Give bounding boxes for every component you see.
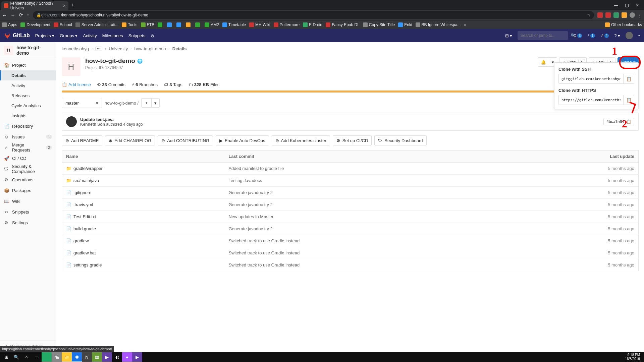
copy-https-button[interactable]: 📋 <box>624 95 634 105</box>
search-box[interactable]: 🔍 <box>518 31 568 40</box>
add-license-link[interactable]: 📋 Add license <box>62 82 91 87</box>
commits-stat[interactable]: ⟲ 33 Commits <box>97 82 125 87</box>
bookmark-item[interactable]: Server Administrati... <box>75 22 119 27</box>
bookmark-item[interactable]: MH Wiki <box>249 22 270 27</box>
table-row[interactable]: 📄settings.gradleSwitched track to use Gr… <box>62 259 639 271</box>
sidebar-item-ci-cd[interactable]: 🚀CI / CD <box>0 153 56 164</box>
profile-avatar[interactable] <box>630 12 635 18</box>
bookmark-item[interactable]: Fancy Epub DL <box>326 22 360 27</box>
quick-action-add-kubernetes-cluster[interactable]: ⊕Add Kubernetes cluster <box>272 135 330 145</box>
table-row[interactable]: 📄.gitignoreGenerate javadoc try 25 month… <box>62 187 639 199</box>
sidebar-item-operations[interactable]: ⚙Operations <box>0 174 56 185</box>
other-bookmarks[interactable]: Other bookmarks <box>605 22 642 27</box>
bookmark-item[interactable]: Copy Site Title <box>363 22 395 27</box>
mr-badge[interactable]: ⑃1 <box>587 33 595 38</box>
sidebar-project-header[interactable]: H how-to-git-demo <box>0 42 56 58</box>
sidebar-item-activity[interactable]: Activity <box>0 80 56 90</box>
sidebar-item-merge-requests[interactable]: ⑃Merge Requests2 <box>0 142 56 153</box>
quick-action-security-dashboard[interactable]: 🛡Security Dashboard <box>374 135 426 145</box>
bookmark-item[interactable] <box>176 22 182 27</box>
plus-icon[interactable]: ⊞ ▾ <box>505 33 513 38</box>
clone-https-input[interactable] <box>558 95 624 105</box>
gitlab-logo[interactable]: GitLab <box>4 32 30 39</box>
notification-button[interactable]: 🔔 <box>538 57 549 67</box>
bookmark-item[interactable]: Tools <box>122 22 137 27</box>
table-row[interactable]: 📄build.gradleGenerate javadoc try 25 mon… <box>62 223 639 235</box>
todo-badge[interactable]: ✓4 <box>600 33 609 38</box>
bookmark-item[interactable]: Apps <box>2 22 17 27</box>
copy-ssh-button[interactable]: 📋 <box>624 74 634 84</box>
sidebar-item-issues[interactable]: ⊙Issues1 <box>0 131 56 142</box>
issues-badge[interactable]: ⊙3 <box>573 33 582 38</box>
bookmark-item[interactable] <box>167 22 173 27</box>
table-row[interactable]: 📁src/main/javaTesting Javadocs5 months a… <box>62 175 639 187</box>
bookmark-item[interactable] <box>158 22 164 27</box>
breadcrumb-item[interactable]: kennethsohyq <box>62 46 89 51</box>
quick-action-enable-auto-devops[interactable]: ▶Enable Auto DevOps <box>216 135 269 145</box>
search-input[interactable] <box>520 33 571 38</box>
close-tab-icon[interactable]: × <box>63 3 66 8</box>
quick-action-set-up-ci-cd[interactable]: ⚙Set up CI/CD <box>333 135 372 145</box>
add-file-dropdown[interactable]: ▾ <box>152 98 160 108</box>
sidebar-item-details[interactable]: Details <box>0 70 56 80</box>
sidebar-item-releases[interactable]: Releases <box>0 90 56 101</box>
extension-icon[interactable] <box>613 12 619 18</box>
nav-snippets[interactable]: Snippets <box>128 33 146 38</box>
bookmark-item[interactable]: School <box>54 22 72 27</box>
path-crumb[interactable]: how-to-git-demo / <box>105 101 139 106</box>
bookmark-item[interactable]: F-Droid <box>303 22 322 27</box>
nav-ci-icon[interactable]: ⊘ <box>151 33 154 38</box>
breadcrumb-item[interactable]: how-to-git-demo <box>135 46 166 51</box>
chevron-down-icon[interactable]: ▾ <box>638 34 640 37</box>
files-stat[interactable]: 🗀 328 KB Files <box>189 82 220 87</box>
menu-icon[interactable]: ⋮ <box>638 13 642 18</box>
add-file-button[interactable]: ＋ <box>141 98 152 108</box>
quick-action-add-readme[interactable]: ⊕Add README <box>62 135 102 145</box>
close-window-icon[interactable]: ✕ <box>636 3 639 8</box>
bookmark-item[interactable] <box>195 22 201 27</box>
quick-action-add-contributing[interactable]: ⊕Add CONTRIBUTING <box>158 135 213 145</box>
table-row[interactable]: 📄gradlewSwitched track to use Gradle ins… <box>62 235 639 247</box>
sidebar-item-wiki[interactable]: 📖Wiki <box>0 196 56 206</box>
quick-action-add-changelog[interactable]: ⊕Add CHANGELOG <box>105 135 155 145</box>
sidebar-item-insights[interactable]: Insights <box>0 111 56 121</box>
breadcrumb-item[interactable]: ••• <box>95 47 102 51</box>
address-bar[interactable]: 🔒 gitlab.com /kennethsohyq/school/univer… <box>33 11 594 19</box>
maximize-icon[interactable]: ▢ <box>625 3 629 8</box>
bookmark-overflow[interactable]: » <box>464 22 466 27</box>
bookmark-star-icon[interactable]: ☆ <box>587 13 591 17</box>
commit-sha[interactable]: 4bca1564 📋 <box>603 118 634 125</box>
help-icon[interactable]: ? ▾ <box>614 33 620 38</box>
breadcrumb-item[interactable]: Details <box>172 46 187 51</box>
home-button[interactable]: ⌂ <box>26 12 30 18</box>
minimize-icon[interactable]: — <box>614 3 618 8</box>
forward-button[interactable]: → <box>10 12 15 18</box>
extension-icon[interactable] <box>605 12 611 18</box>
bookmark-item[interactable]: BB Ignore Whitespa... <box>416 22 461 27</box>
nav-milestones[interactable]: Milestones <box>102 33 123 38</box>
bookmark-item[interactable]: Development <box>20 22 50 27</box>
bookmark-item[interactable]: Pottermore <box>274 22 300 27</box>
sidebar-item-settings[interactable]: ⚙Settings <box>0 217 56 228</box>
tags-stat[interactable]: 🏷 3 Tags <box>164 82 182 87</box>
nav-groups[interactable]: Groups ▾ <box>60 33 77 38</box>
table-row[interactable]: 📄Test Edit.txtNew updates to Master5 mon… <box>62 211 639 223</box>
bookmark-item[interactable]: AM2 <box>205 22 219 27</box>
nav-projects[interactable]: Projects ▾ <box>35 33 55 38</box>
sidebar-item-security-compliance[interactable]: 🛡Security & Compliance <box>0 164 56 174</box>
sidebar-item-snippets[interactable]: ✂Snippets <box>0 206 56 217</box>
back-button[interactable]: ← <box>2 12 7 18</box>
browser-tab[interactable]: kennethsohyq / School / Univers × <box>1 1 68 10</box>
branches-stat[interactable]: ⑂ 6 Branches <box>131 82 158 87</box>
branch-select[interactable]: master ▾ <box>62 98 102 108</box>
extension-icon[interactable] <box>622 12 627 18</box>
clone-ssh-input[interactable] <box>558 74 624 84</box>
new-tab-button[interactable]: + <box>71 2 74 8</box>
copy-icon[interactable]: 📋 <box>626 119 631 124</box>
table-row[interactable]: 📁gradle/wrapperAdded manifest to gradle … <box>62 163 639 175</box>
breadcrumb-item[interactable]: University <box>109 46 128 51</box>
sidebar-item-project[interactable]: 🏠Project <box>0 60 56 70</box>
user-avatar[interactable] <box>626 32 633 39</box>
extension-icon[interactable] <box>597 12 603 18</box>
table-row[interactable]: 📄.travis.ymlGenerate javadoc try 25 mont… <box>62 199 639 211</box>
